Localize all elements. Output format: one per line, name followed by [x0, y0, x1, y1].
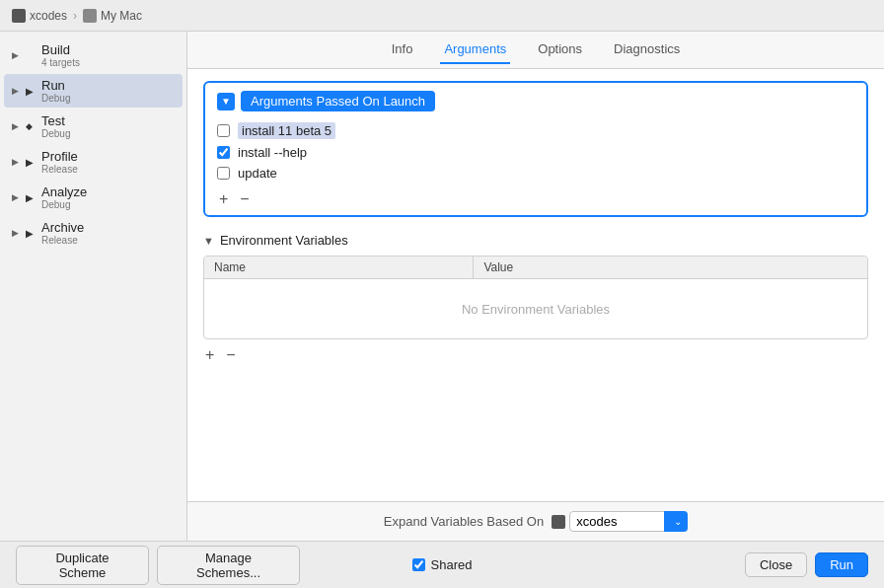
argument-item-3: update [217, 163, 854, 184]
expand-app-icon [552, 515, 565, 529]
chevron-icon: ▶ [12, 228, 22, 238]
sidebar-item-archive[interactable]: ▶ ▶ Archive Release [4, 216, 183, 250]
arguments-section-title: Arguments Passed On Launch [241, 91, 435, 111]
args-add-remove-row: + − [217, 191, 854, 207]
footer: Duplicate Scheme Manage Schemes... Share… [0, 541, 884, 588]
location-text: My Mac [101, 9, 142, 23]
play-icon: ▶ [26, 157, 37, 168]
args-add-button[interactable]: + [217, 191, 230, 207]
arg2-text: install --help [238, 145, 307, 160]
chevron-icon: ▶ [12, 192, 22, 202]
sidebar-labels-analyze: Analyze Debug [41, 184, 87, 210]
tab-bar: Info Arguments Options Diagnostics [187, 32, 884, 69]
sidebar-item-profile[interactable]: ▶ ▶ Profile Release [4, 145, 183, 179]
chevron-icon: ▶ [12, 121, 22, 131]
sidebar-item-test[interactable]: ▶ ◆ Test Debug [4, 110, 183, 143]
env-table-body: No Environment Variables [204, 279, 867, 338]
arg1-text: install 11 beta 5 [238, 122, 335, 139]
sidebar-labels-run: Run Debug [41, 78, 70, 104]
sidebar-profile-name: Profile [41, 149, 78, 164]
arg3-checkbox[interactable] [217, 167, 230, 180]
argument-item-1: install 11 beta 5 [217, 119, 854, 142]
sidebar: ▶ Build 4 targets ▶ ▶ Run Debug ▶ ◆ Test… [0, 32, 187, 541]
breadcrumb-separator: › [73, 9, 77, 23]
sidebar-test-name: Test [41, 113, 70, 128]
chevron-icon: ▶ [12, 157, 22, 167]
test-icon: ◆ [26, 121, 37, 131]
expand-label: Expand Variables Based On [384, 514, 544, 529]
env-section-header: ▼ Environment Variables [203, 233, 868, 248]
run-button[interactable]: Run [815, 552, 868, 577]
location-label: My Mac [83, 9, 142, 23]
sidebar-labels-archive: Archive Release [41, 220, 84, 246]
main-layout: ▶ Build 4 targets ▶ ▶ Run Debug ▶ ◆ Test… [0, 32, 884, 541]
sidebar-analyze-sub: Debug [41, 199, 87, 210]
sidebar-profile-sub: Release [41, 164, 78, 175]
play-icon: ▶ [26, 86, 37, 97]
env-section-title: Environment Variables [220, 233, 348, 248]
env-col-name: Name [204, 257, 474, 278]
arguments-toggle-button[interactable]: ▼ [217, 93, 235, 110]
title-bar: xcodes › My Mac [0, 0, 884, 32]
env-add-button[interactable]: + [203, 347, 216, 363]
sidebar-labels-test: Test Debug [41, 113, 70, 139]
sidebar-labels-profile: Profile Release [41, 149, 78, 175]
tab-info[interactable]: Info [388, 36, 417, 64]
content-body: ▼ Arguments Passed On Launch install 11 … [187, 69, 884, 501]
tab-diagnostics[interactable]: Diagnostics [610, 36, 684, 64]
arg3-text: update [238, 166, 277, 181]
app-name: xcodes [30, 9, 67, 23]
mac-icon [83, 9, 97, 23]
arguments-section-header: ▼ Arguments Passed On Launch [217, 91, 854, 111]
env-table-header: Name Value [204, 257, 867, 279]
env-remove-button[interactable]: − [224, 347, 237, 363]
env-table: Name Value No Environment Variables [203, 256, 868, 339]
tab-arguments[interactable]: Arguments [440, 36, 510, 64]
shared-label: Shared [431, 557, 473, 572]
play-icon: ▶ [26, 228, 37, 239]
sidebar-item-run[interactable]: ▶ ▶ Run Debug [4, 74, 183, 108]
env-toggle-icon[interactable]: ▼ [203, 235, 214, 247]
sidebar-item-analyze[interactable]: ▶ ▶ Analyze Debug [4, 181, 183, 214]
sidebar-build-name: Build [41, 42, 80, 57]
sidebar-archive-name: Archive [41, 220, 84, 235]
expand-select-wrapper: xcodes ⌄ [552, 511, 688, 532]
app-icon [12, 9, 26, 23]
arguments-section: ▼ Arguments Passed On Launch install 11 … [203, 81, 868, 217]
sidebar-test-sub: Debug [41, 128, 70, 139]
sidebar-archive-sub: Release [41, 235, 84, 246]
manage-schemes-button[interactable]: Manage Schemes... [157, 546, 300, 585]
env-variables-section: ▼ Environment Variables Name Value No En… [203, 233, 868, 363]
sidebar-labels-build: Build 4 targets [41, 42, 80, 68]
tab-options[interactable]: Options [534, 36, 586, 64]
expand-select[interactable]: xcodes [569, 511, 688, 532]
duplicate-scheme-button[interactable]: Duplicate Scheme [16, 546, 149, 585]
close-button[interactable]: Close [745, 552, 807, 577]
env-empty-message: No Environment Variables [462, 302, 610, 317]
footer-left: Duplicate Scheme Manage Schemes... [16, 546, 300, 585]
sidebar-analyze-name: Analyze [41, 184, 87, 199]
expand-variables-row: Expand Variables Based On xcodes ⌄ [187, 501, 884, 541]
env-add-remove-row: + − [203, 347, 868, 363]
env-col-value: Value [474, 257, 867, 278]
arg1-checkbox[interactable] [217, 124, 230, 137]
argument-item-2: install --help [217, 142, 854, 163]
chevron-icon: ▶ [12, 50, 22, 60]
sidebar-item-build[interactable]: ▶ Build 4 targets [4, 38, 183, 72]
sidebar-run-sub: Debug [41, 93, 70, 104]
args-remove-button[interactable]: − [238, 191, 251, 207]
content-panel: Info Arguments Options Diagnostics ▼ Arg… [187, 32, 884, 541]
shared-checkbox[interactable] [412, 558, 425, 571]
arg2-checkbox[interactable] [217, 146, 230, 159]
footer-center: Shared [300, 557, 584, 572]
sidebar-run-name: Run [41, 78, 70, 93]
chevron-icon: ▶ [12, 86, 22, 96]
sidebar-build-sub: 4 targets [41, 57, 80, 68]
footer-right: Close Run [584, 552, 868, 577]
play-icon: ▶ [26, 192, 37, 203]
